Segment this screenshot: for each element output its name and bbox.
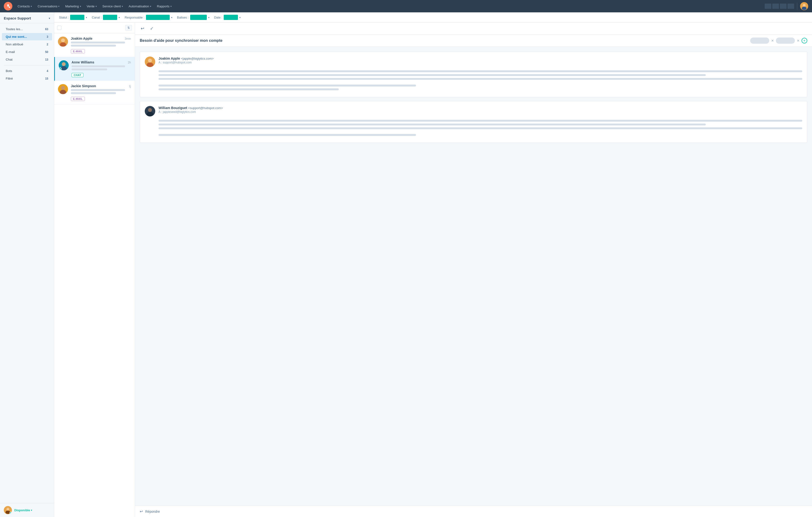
topnav-icon-btn-3[interactable] — [780, 4, 787, 9]
conversation-item-jackie[interactable]: Jackie Simpson 1j E-MAIL — [54, 81, 135, 104]
detail-content: Joakim Apple <japple@biglytics.com> À : … — [135, 47, 812, 506]
filter-statut-value[interactable] — [70, 15, 84, 20]
back-icon: ↩ — [141, 26, 144, 31]
sidebar-item-qui-me-sont[interactable]: Qui me sont... 3 — [2, 33, 52, 40]
msg-meta-william: William Bouziguet <support@hubspot.com> … — [158, 106, 802, 114]
conv-line-4 — [71, 68, 107, 70]
msg-to-william: À : jappleseed@biglytics.com — [158, 110, 802, 114]
user-avatar[interactable] — [800, 2, 808, 10]
sidebar-title: Espace Support — [4, 16, 31, 20]
back-button[interactable]: ↩ — [140, 25, 145, 32]
filter-responsable-value[interactable] — [146, 15, 170, 20]
filter-canal-chevron-icon: ▾ — [119, 16, 120, 19]
detail-toolbar: ↩ ✓ — [135, 23, 812, 35]
status-chevron-icon: ▾ — [31, 509, 32, 512]
sidebar-user-avatar — [4, 506, 12, 514]
nav-rapports[interactable]: Rapports ▾ — [154, 3, 174, 9]
conversation-item-joakim[interactable]: Joakim Apple 3min E-MAIL — [54, 33, 135, 57]
conv-line-6 — [71, 92, 116, 94]
conv-line-1 — [71, 41, 125, 43]
filter-responsable[interactable]: Responsable : ▾ — [124, 15, 172, 20]
filter-statut[interactable]: Statut : ▾ — [59, 15, 87, 20]
sidebar-dropdown-icon[interactable]: ▾ — [49, 17, 50, 20]
filter-balises-value[interactable] — [190, 15, 207, 20]
status-label: Disponible ▾ — [14, 509, 32, 512]
filter-canal-value[interactable] — [103, 15, 117, 20]
sidebar: Espace Support ▾ Toutes les... 63 Qui me… — [0, 12, 54, 517]
conv-line-2 — [71, 45, 116, 47]
conv-header-joakim: Joakim Apple 3min — [71, 37, 131, 40]
msg-sender-joakim: Joakim Apple <japple@biglytics.com> — [158, 57, 802, 60]
svg-point-15 — [61, 86, 65, 90]
conversation-items: Joakim Apple 3min E-MAIL — [54, 33, 135, 517]
sidebar-footer[interactable]: Disponible ▾ — [0, 503, 54, 517]
contacts-chevron-icon: ▾ — [31, 5, 32, 8]
conv-line-3 — [71, 65, 125, 67]
svg-point-4 — [802, 7, 807, 10]
nav-contacts[interactable]: Contacts ▾ — [15, 3, 34, 9]
two-col-layout: ⇅ — [54, 23, 812, 517]
sort-button[interactable]: ⇅ — [125, 25, 132, 31]
conversation-item-anne[interactable]: Anne Williams 2h CHAT — [54, 57, 135, 81]
content-area: Statut : ▾ Canal : ▾ Responsable : ▾ Bal… — [54, 12, 812, 517]
sidebar-item-filtre[interactable]: Filtré 15 — [2, 75, 52, 82]
msg-header-joakim: Joakim Apple <japple@biglytics.com> À : … — [145, 57, 802, 67]
nav-vente[interactable]: Vente ▾ — [84, 3, 99, 9]
conv-avatar-joakim — [58, 37, 68, 47]
hubspot-logo[interactable] — [4, 2, 12, 10]
filter-responsable-chevron-icon: ▾ — [171, 16, 172, 19]
sidebar-item-bots[interactable]: Bots 4 — [2, 67, 52, 74]
filter-statut-chevron-icon: ▾ — [86, 16, 87, 19]
reply-label: Répondre — [145, 510, 160, 513]
tag-close-1[interactable]: ✕ — [771, 39, 774, 42]
topnav-icon-btn-1[interactable] — [765, 4, 771, 9]
nav-automatisation[interactable]: Automatisation ▾ — [126, 3, 153, 9]
nav-marketing[interactable]: Marketing ▾ — [63, 3, 83, 9]
msg-sender-william: William Bouziguet <support@hubspot.com> — [158, 106, 802, 110]
filter-date-value[interactable] — [224, 15, 238, 20]
message-card-william: William Bouziguet <support@hubspot.com> … — [140, 101, 807, 143]
nav-service-client[interactable]: Service client ▾ — [100, 3, 125, 9]
msg-meta-joakim: Joakim Apple <japple@biglytics.com> À : … — [158, 57, 802, 64]
conv-list-toolbar: ⇅ — [54, 23, 135, 33]
conv-avatar-wrap-anne — [59, 60, 69, 70]
conversation-list: ⇅ — [54, 23, 135, 517]
filter-date-chevron-icon: ▾ — [239, 16, 240, 19]
reply-bar[interactable]: ↩ Répondre — [135, 506, 812, 517]
filter-balises[interactable]: Balises : ▾ — [177, 15, 209, 20]
topnav-icon-btn-2[interactable] — [772, 4, 779, 9]
msg-avatar-william — [145, 106, 155, 116]
svg-point-21 — [148, 108, 152, 112]
add-tag-button[interactable]: + — [802, 38, 807, 43]
tag-close-2[interactable]: ✕ — [797, 39, 800, 42]
msg-body-joakim — [145, 70, 802, 90]
sidebar-item-chat[interactable]: Chat 13 — [2, 56, 52, 63]
svg-point-9 — [61, 38, 65, 42]
conv-header-anne: Anne Williams 2h — [71, 60, 131, 64]
detail-panel: ↩ ✓ Besoin d'aide pour synchroniser mon … — [135, 23, 812, 517]
filter-date[interactable]: Date : ▾ — [214, 15, 241, 20]
filter-balises-chevron-icon: ▾ — [208, 16, 209, 19]
svg-point-3 — [803, 4, 806, 7]
msg-to-joakim: À : support@hubspot.com — [158, 61, 802, 64]
check-icon: ✓ — [150, 26, 153, 31]
sidebar-item-non-attribue[interactable]: Non attribué 2 — [2, 41, 52, 48]
conversations-chevron-icon: ▾ — [58, 5, 59, 8]
sort-icon: ⇅ — [127, 26, 130, 29]
check-button[interactable]: ✓ — [149, 25, 154, 32]
select-all-checkbox[interactable] — [57, 26, 61, 30]
conv-avatar-jackie — [58, 84, 68, 94]
tag-pill-2[interactable] — [776, 37, 795, 44]
topnav-icon-btn-4[interactable] — [787, 4, 794, 9]
filter-canal[interactable]: Canal : ▾ — [92, 15, 120, 20]
tag-pill-1[interactable] — [750, 37, 769, 44]
subject-actions: ✕ ✕ + — [750, 37, 807, 44]
nav-conversations[interactable]: Conversations ▾ — [35, 3, 62, 9]
svg-point-12 — [62, 62, 66, 66]
msg-body-william — [145, 120, 802, 136]
marketing-chevron-icon: ▾ — [80, 5, 81, 8]
sidebar-item-email[interactable]: E-mail 50 — [2, 48, 52, 56]
sidebar-item-toutes[interactable]: Toutes les... 63 — [2, 25, 52, 33]
anne-online-dot — [59, 67, 62, 70]
sidebar-nav: Toutes les... 63 Qui me sont... 3 Non at… — [0, 23, 54, 84]
